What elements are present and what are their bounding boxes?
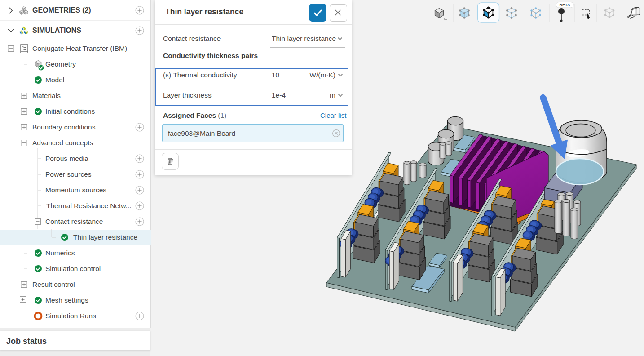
svg-text:BETA: BETA [560,3,570,7]
